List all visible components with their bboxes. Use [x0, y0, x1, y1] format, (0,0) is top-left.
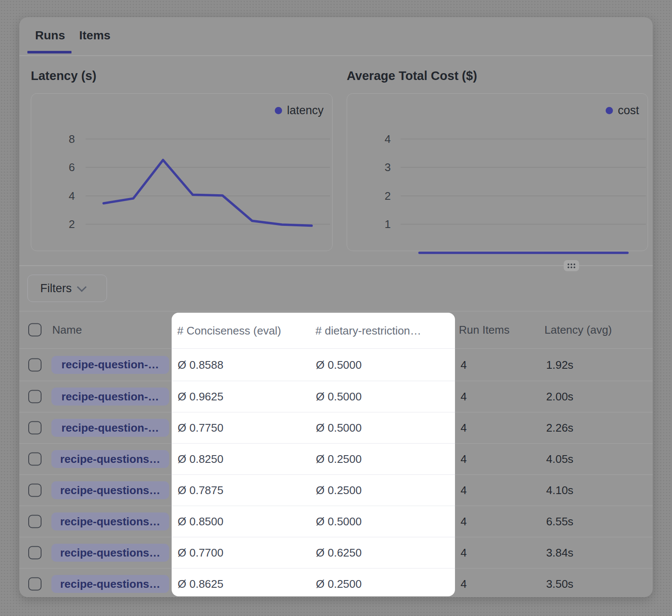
run-name-badge[interactable]: recipe-questions…	[51, 544, 169, 562]
cost-legend: cost	[606, 104, 639, 117]
spotlight-header: # Conciseness (eval) # dietary-restricti…	[172, 313, 455, 349]
gridline	[86, 139, 330, 139]
spotlight-row: Ø 0.8625 Ø 0.2500	[172, 569, 455, 597]
tab-items[interactable]: Items	[79, 28, 110, 43]
spotlight-row: Ø 0.7700 Ø 0.6250	[172, 537, 455, 569]
legend-dot-icon	[606, 107, 613, 114]
y-tick-label: 3	[364, 160, 391, 174]
run-items-cell: 4	[461, 358, 467, 371]
dietary-score-cell: Ø 0.5000	[316, 358, 362, 371]
gridline	[401, 139, 646, 139]
chevron-down-icon	[77, 282, 86, 292]
latency-cell: 2.26s	[546, 421, 574, 434]
tabs-divider	[19, 55, 653, 56]
y-tick-label: 4	[48, 189, 75, 203]
row-checkbox[interactable]	[28, 484, 42, 497]
column-header-name[interactable]: Name	[52, 323, 82, 336]
highlighted-score-columns: # Conciseness (eval) # dietary-restricti…	[172, 313, 455, 596]
legend-label: latency	[287, 104, 324, 117]
gridline	[401, 167, 646, 168]
conciseness-score-cell: Ø 0.9625	[178, 390, 223, 403]
run-name-badge[interactable]: recipe-question-…	[51, 388, 169, 406]
latency-legend: latency	[275, 104, 324, 117]
conciseness-score-cell: Ø 0.8625	[178, 578, 223, 590]
row-checkbox[interactable]	[28, 390, 42, 403]
y-tick-label: 2	[48, 217, 75, 231]
y-tick-label: 2	[364, 189, 391, 203]
dietary-score-cell: Ø 0.2500	[316, 484, 362, 497]
y-tick-label: 4	[364, 132, 391, 146]
select-all-checkbox[interactable]	[28, 323, 42, 337]
runs-panel: Runs Items Latency (s) Average Total Cos…	[19, 17, 653, 597]
row-checkbox[interactable]	[28, 546, 42, 560]
latency-cell: 3.84s	[546, 546, 574, 559]
spotlight-row: Ø 0.7750 Ø 0.5000	[172, 412, 455, 444]
column-header-run-items[interactable]: Run Items	[459, 323, 510, 336]
run-items-cell: 4	[461, 546, 467, 559]
drag-handle-icon	[568, 264, 575, 268]
section-divider	[19, 265, 653, 266]
conciseness-score-cell: Ø 0.7875	[178, 484, 223, 497]
latency-cell: 4.10s	[546, 484, 574, 497]
panel-resize-handle[interactable]	[564, 260, 579, 271]
spotlight-row: Ø 0.8250 Ø 0.2500	[172, 444, 455, 475]
latency-cell: 1.92s	[546, 358, 574, 371]
cost-chart: 4 3 2 1 cost	[347, 93, 648, 251]
column-header-dietary-restriction[interactable]: # dietary-restriction…	[315, 324, 421, 337]
tab-runs[interactable]: Runs	[35, 28, 65, 43]
latency-cell: 6.55s	[546, 515, 574, 528]
y-tick-label: 8	[48, 132, 75, 146]
y-tick-label: 1	[364, 217, 391, 231]
dietary-score-cell: Ø 0.6250	[316, 546, 362, 559]
row-checkbox[interactable]	[28, 421, 42, 435]
conciseness-score-cell: Ø 0.8250	[178, 453, 223, 465]
conciseness-score-cell: Ø 0.8588	[178, 358, 223, 371]
gridline	[401, 195, 646, 196]
row-checkbox[interactable]	[28, 515, 42, 528]
conciseness-score-cell: Ø 0.8500	[178, 515, 223, 528]
run-items-cell: 4	[461, 515, 467, 528]
gridline	[86, 195, 330, 196]
row-checkbox[interactable]	[28, 453, 42, 466]
run-name-badge[interactable]: recipe-questions…	[51, 512, 169, 530]
gridline	[86, 224, 330, 225]
run-name-badge[interactable]: recipe-question-…	[51, 419, 169, 437]
dietary-score-cell: Ø 0.5000	[316, 390, 362, 403]
spotlight-row: Ø 0.9625 Ø 0.5000	[172, 381, 455, 412]
conciseness-score-cell: Ø 0.7750	[178, 421, 223, 434]
run-items-cell: 4	[461, 390, 467, 403]
column-header-latency-avg[interactable]: Latency (avg)	[544, 323, 612, 336]
spotlight-row: Ø 0.7875 Ø 0.2500	[172, 475, 455, 506]
dietary-score-cell: Ø 0.2500	[316, 578, 362, 590]
latency-chart: 8 6 4 2 latency	[31, 93, 333, 251]
run-items-cell: 4	[461, 484, 467, 497]
legend-dot-icon	[275, 107, 282, 114]
spotlight-body: Ø 0.8588 Ø 0.5000 Ø 0.9625 Ø 0.5000 Ø 0.…	[172, 349, 455, 597]
spotlight-row: Ø 0.8588 Ø 0.5000	[172, 349, 455, 381]
latency-cell: 2.00s	[546, 390, 574, 403]
spotlight-row: Ø 0.8500 Ø 0.5000	[172, 506, 455, 537]
run-name-badge[interactable]: recipe-questions…	[51, 481, 169, 499]
latency-cell: 3.50s	[546, 578, 574, 590]
conciseness-score-cell: Ø 0.7700	[178, 546, 223, 559]
gridline	[86, 167, 330, 168]
active-tab-indicator	[27, 51, 71, 53]
cost-chart-title: Average Total Cost ($)	[347, 68, 477, 83]
run-items-cell: 4	[461, 578, 467, 590]
filters-button[interactable]: Filters	[27, 275, 107, 302]
latency-cell: 4.05s	[546, 453, 574, 465]
dietary-score-cell: Ø 0.2500	[316, 453, 362, 465]
row-checkbox[interactable]	[28, 578, 42, 591]
latency-chart-title: Latency (s)	[31, 68, 96, 83]
filters-button-label: Filters	[40, 282, 72, 295]
run-items-cell: 4	[461, 421, 467, 434]
run-name-badge[interactable]: recipe-questions…	[51, 575, 169, 593]
y-tick-label: 6	[48, 160, 75, 174]
row-checkbox[interactable]	[28, 358, 42, 371]
dietary-score-cell: Ø 0.5000	[316, 421, 362, 434]
column-header-conciseness[interactable]: # Conciseness (eval)	[177, 324, 281, 337]
gridline	[401, 224, 646, 225]
run-name-badge[interactable]: recipe-question-…	[51, 356, 169, 374]
legend-label: cost	[618, 104, 639, 117]
run-name-badge[interactable]: recipe-questions…	[51, 450, 169, 468]
